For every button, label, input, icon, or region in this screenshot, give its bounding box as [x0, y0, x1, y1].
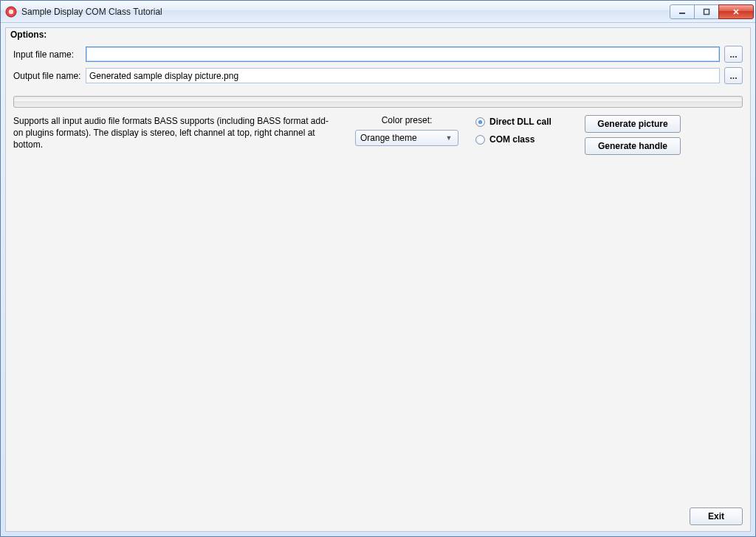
- chevron-down-icon: ▼: [443, 134, 455, 142]
- output-file-field[interactable]: [86, 68, 720, 83]
- info-text: Supports all input audio file formats BA…: [13, 115, 338, 151]
- radio-com-class-label: COM class: [489, 134, 535, 145]
- exit-button[interactable]: Exit: [690, 507, 743, 525]
- options-group: Options: Input file name: ... Output fil…: [6, 28, 750, 531]
- call-mode-group: Direct DLL call COM class: [475, 115, 571, 145]
- output-file-row: Output file name: ...: [13, 67, 743, 84]
- mid-area: Supports all input audio file formats BA…: [6, 115, 750, 155]
- svg-rect-3: [704, 9, 709, 14]
- output-browse-button[interactable]: ...: [724, 67, 743, 84]
- svg-rect-2: [679, 13, 685, 14]
- input-file-label: Input file name:: [13, 49, 81, 60]
- close-button[interactable]: [718, 4, 754, 19]
- svg-point-1: [9, 9, 13, 13]
- progress-bar: [13, 96, 743, 108]
- action-buttons: Generate picture Generate handle: [585, 115, 681, 155]
- form-area: Input file name: ... Output file name: .…: [6, 43, 750, 91]
- main-window: Sample Display COM Class Tutorial Option…: [0, 0, 756, 537]
- radio-icon: [475, 117, 485, 127]
- input-file-field[interactable]: [86, 46, 720, 62]
- generate-handle-button[interactable]: Generate handle: [585, 137, 681, 155]
- color-preset-combo[interactable]: Orange theme ▼: [355, 130, 458, 146]
- input-file-row: Input file name: ...: [13, 46, 743, 63]
- input-browse-button[interactable]: ...: [724, 46, 743, 63]
- radio-com-class[interactable]: COM class: [475, 134, 571, 145]
- minimize-button[interactable]: [670, 4, 695, 19]
- window-controls: [670, 4, 754, 19]
- radio-direct-dll-label: Direct DLL call: [489, 117, 551, 127]
- radio-icon: [475, 135, 485, 145]
- generate-picture-button[interactable]: Generate picture: [585, 115, 681, 133]
- preset-column: Color preset: Orange theme ▼: [351, 115, 462, 146]
- app-icon: [5, 6, 17, 18]
- titlebar[interactable]: Sample Display COM Class Tutorial: [1, 1, 755, 23]
- radio-direct-dll[interactable]: Direct DLL call: [475, 117, 571, 127]
- color-preset-label: Color preset:: [382, 115, 433, 125]
- options-group-label: Options:: [6, 28, 750, 43]
- window-title: Sample Display COM Class Tutorial: [21, 7, 162, 17]
- output-file-label: Output file name:: [13, 71, 81, 81]
- maximize-button[interactable]: [694, 4, 719, 19]
- color-preset-value: Orange theme: [360, 133, 443, 143]
- client-area: Options: Input file name: ... Output fil…: [5, 27, 751, 532]
- footer: Exit: [690, 507, 743, 525]
